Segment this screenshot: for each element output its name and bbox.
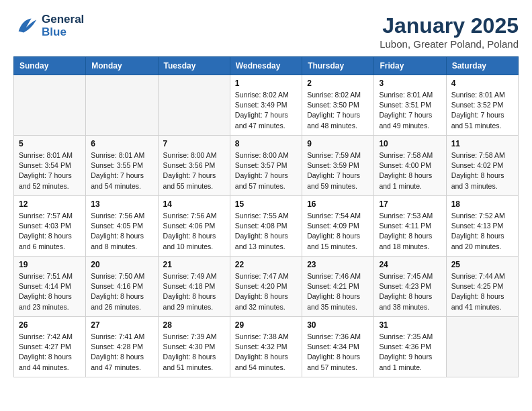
calendar-cell: 26Sunrise: 7:42 AMSunset: 4:27 PMDayligh…	[14, 317, 86, 377]
page-header: General Blue January 2025 Lubon, Greater…	[13, 13, 519, 50]
calendar-cell	[86, 75, 158, 136]
calendar-cell: 18Sunrise: 7:52 AMSunset: 4:13 PMDayligh…	[446, 196, 518, 257]
calendar-cell	[446, 317, 518, 377]
day-number: 20	[91, 260, 152, 269]
day-info: Sunrise: 7:39 AMSunset: 4:30 PMDaylight:…	[163, 332, 225, 373]
calendar-cell: 10Sunrise: 7:58 AMSunset: 4:00 PMDayligh…	[374, 136, 446, 196]
day-number: 25	[451, 260, 513, 269]
calendar-cell: 6Sunrise: 8:01 AMSunset: 3:55 PMDaylight…	[86, 136, 158, 196]
header-day-friday: Friday	[374, 57, 446, 75]
day-number: 1	[235, 79, 297, 88]
calendar-week-3: 12Sunrise: 7:57 AMSunset: 4:03 PMDayligh…	[14, 196, 519, 257]
day-number: 3	[379, 79, 441, 88]
calendar-cell	[158, 75, 230, 136]
header-day-tuesday: Tuesday	[158, 57, 230, 75]
calendar-cell: 4Sunrise: 8:01 AMSunset: 3:52 PMDaylight…	[446, 75, 518, 136]
calendar-cell: 27Sunrise: 7:41 AMSunset: 4:28 PMDayligh…	[86, 317, 158, 377]
calendar-table: SundayMondayTuesdayWednesdayThursdayFrid…	[13, 56, 519, 377]
calendar-cell: 31Sunrise: 7:35 AMSunset: 4:36 PMDayligh…	[374, 317, 446, 377]
day-number: 15	[235, 199, 297, 209]
day-info: Sunrise: 7:45 AMSunset: 4:23 PMDaylight:…	[379, 271, 441, 312]
calendar-week-5: 26Sunrise: 7:42 AMSunset: 4:27 PMDayligh…	[14, 317, 519, 377]
day-info: Sunrise: 7:49 AMSunset: 4:18 PMDaylight:…	[163, 271, 225, 312]
title-block: January 2025 Lubon, Greater Poland, Pola…	[380, 13, 519, 50]
calendar-week-1: 1Sunrise: 8:02 AMSunset: 3:49 PMDaylight…	[14, 75, 519, 136]
day-info: Sunrise: 8:01 AMSunset: 3:54 PMDaylight:…	[19, 150, 81, 191]
header-day-wednesday: Wednesday	[230, 57, 302, 75]
day-number: 13	[91, 199, 152, 209]
calendar-cell: 8Sunrise: 8:00 AMSunset: 3:57 PMDaylight…	[230, 136, 302, 196]
calendar-cell: 23Sunrise: 7:46 AMSunset: 4:21 PMDayligh…	[302, 257, 374, 317]
header-day-saturday: Saturday	[446, 57, 518, 75]
calendar-cell: 2Sunrise: 8:02 AMSunset: 3:50 PMDaylight…	[302, 75, 374, 136]
calendar-cell: 1Sunrise: 8:02 AMSunset: 3:49 PMDaylight…	[230, 75, 302, 136]
day-info: Sunrise: 8:00 AMSunset: 3:57 PMDaylight:…	[235, 150, 297, 191]
calendar-body: 1Sunrise: 8:02 AMSunset: 3:49 PMDaylight…	[14, 75, 519, 377]
day-number: 8	[235, 139, 297, 148]
calendar-cell	[14, 75, 86, 136]
day-info: Sunrise: 7:59 AMSunset: 3:59 PMDaylight:…	[307, 150, 369, 191]
day-number: 29	[235, 320, 297, 330]
calendar-cell: 28Sunrise: 7:39 AMSunset: 4:30 PMDayligh…	[158, 317, 230, 377]
logo: General Blue	[13, 13, 84, 39]
day-info: Sunrise: 7:52 AMSunset: 4:13 PMDaylight:…	[451, 211, 513, 252]
calendar-cell: 30Sunrise: 7:36 AMSunset: 4:34 PMDayligh…	[302, 317, 374, 377]
day-number: 31	[379, 320, 441, 330]
calendar-cell: 29Sunrise: 7:38 AMSunset: 4:32 PMDayligh…	[230, 317, 302, 377]
calendar-cell: 13Sunrise: 7:56 AMSunset: 4:05 PMDayligh…	[86, 196, 158, 257]
day-info: Sunrise: 7:38 AMSunset: 4:32 PMDaylight:…	[235, 332, 297, 373]
day-number: 2	[307, 79, 369, 88]
day-number: 26	[19, 320, 81, 330]
day-info: Sunrise: 7:58 AMSunset: 4:02 PMDaylight:…	[451, 150, 513, 191]
day-info: Sunrise: 7:41 AMSunset: 4:28 PMDaylight:…	[91, 332, 152, 373]
day-info: Sunrise: 8:01 AMSunset: 3:55 PMDaylight:…	[91, 150, 152, 191]
day-number: 18	[451, 199, 513, 209]
calendar-cell: 7Sunrise: 8:00 AMSunset: 3:56 PMDaylight…	[158, 136, 230, 196]
day-number: 23	[307, 260, 369, 269]
calendar-cell: 16Sunrise: 7:54 AMSunset: 4:09 PMDayligh…	[302, 196, 374, 257]
day-number: 27	[91, 320, 152, 330]
calendar-week-2: 5Sunrise: 8:01 AMSunset: 3:54 PMDaylight…	[14, 136, 519, 196]
day-info: Sunrise: 7:58 AMSunset: 4:00 PMDaylight:…	[379, 150, 441, 191]
month-title: January 2025	[380, 13, 519, 38]
logo-blue-text: Blue	[42, 26, 84, 39]
day-info: Sunrise: 7:53 AMSunset: 4:11 PMDaylight:…	[379, 211, 441, 252]
day-info: Sunrise: 7:54 AMSunset: 4:09 PMDaylight:…	[307, 211, 369, 252]
day-info: Sunrise: 8:02 AMSunset: 3:49 PMDaylight:…	[235, 90, 297, 131]
day-number: 9	[307, 139, 369, 148]
calendar-cell: 14Sunrise: 7:56 AMSunset: 4:06 PMDayligh…	[158, 196, 230, 257]
calendar-cell: 9Sunrise: 7:59 AMSunset: 3:59 PMDaylight…	[302, 136, 374, 196]
day-info: Sunrise: 7:35 AMSunset: 4:36 PMDaylight:…	[379, 332, 441, 373]
calendar-header-row: SundayMondayTuesdayWednesdayThursdayFrid…	[14, 57, 519, 75]
calendar-week-4: 19Sunrise: 7:51 AMSunset: 4:14 PMDayligh…	[14, 257, 519, 317]
day-number: 11	[451, 139, 513, 148]
calendar-cell: 17Sunrise: 7:53 AMSunset: 4:11 PMDayligh…	[374, 196, 446, 257]
day-number: 7	[163, 139, 225, 148]
calendar-cell: 20Sunrise: 7:50 AMSunset: 4:16 PMDayligh…	[86, 257, 158, 317]
calendar-cell: 24Sunrise: 7:45 AMSunset: 4:23 PMDayligh…	[374, 257, 446, 317]
header-day-sunday: Sunday	[14, 57, 86, 75]
header-day-monday: Monday	[86, 57, 158, 75]
day-number: 22	[235, 260, 297, 269]
day-number: 5	[19, 139, 81, 148]
day-info: Sunrise: 7:55 AMSunset: 4:08 PMDaylight:…	[235, 211, 297, 252]
day-number: 4	[451, 79, 513, 88]
day-info: Sunrise: 7:56 AMSunset: 4:06 PMDaylight:…	[163, 211, 225, 252]
calendar-header: SundayMondayTuesdayWednesdayThursdayFrid…	[14, 57, 519, 75]
calendar-cell: 3Sunrise: 8:01 AMSunset: 3:51 PMDaylight…	[374, 75, 446, 136]
calendar-cell: 22Sunrise: 7:47 AMSunset: 4:20 PMDayligh…	[230, 257, 302, 317]
day-info: Sunrise: 7:46 AMSunset: 4:21 PMDaylight:…	[307, 271, 369, 312]
logo-general-text: General	[42, 13, 84, 26]
day-number: 6	[91, 139, 152, 148]
day-info: Sunrise: 7:57 AMSunset: 4:03 PMDaylight:…	[19, 211, 81, 252]
day-number: 12	[19, 199, 81, 209]
logo-icon	[13, 13, 39, 39]
calendar-cell: 19Sunrise: 7:51 AMSunset: 4:14 PMDayligh…	[14, 257, 86, 317]
day-info: Sunrise: 7:50 AMSunset: 4:16 PMDaylight:…	[91, 271, 152, 312]
location-text: Lubon, Greater Poland, Poland	[380, 38, 519, 50]
day-info: Sunrise: 7:42 AMSunset: 4:27 PMDaylight:…	[19, 332, 81, 373]
calendar-cell: 12Sunrise: 7:57 AMSunset: 4:03 PMDayligh…	[14, 196, 86, 257]
day-info: Sunrise: 8:00 AMSunset: 3:56 PMDaylight:…	[163, 150, 225, 191]
day-number: 24	[379, 260, 441, 269]
calendar-cell: 11Sunrise: 7:58 AMSunset: 4:02 PMDayligh…	[446, 136, 518, 196]
